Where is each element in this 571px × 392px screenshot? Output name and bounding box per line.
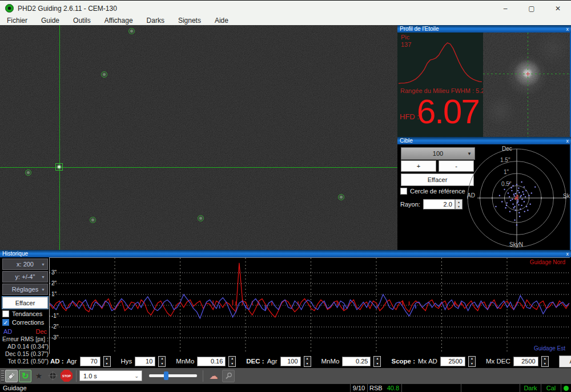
ra-aggression-spinner[interactable]: ▲▼ (103, 356, 111, 367)
menu-guide[interactable]: Guide (34, 16, 66, 25)
hysteresis-spinner[interactable]: ▲▼ (158, 356, 166, 367)
main-toolbar: ↻ ★ STOP 1.0 s ⌄ ☁ (0, 368, 571, 383)
history-xscale-select[interactable]: x: 200 ▼ (2, 258, 48, 270)
gamma-slider[interactable] (149, 374, 197, 377)
detected-star-marker (128, 28, 135, 34)
title-bar: PHD2 Guiding 2.6.11 - CEM-130 – ▢ ✕ (0, 0, 571, 16)
chevron-down-icon: ▼ (41, 288, 45, 292)
menu-aide[interactable]: Aide (208, 16, 235, 25)
pane-close-icon[interactable]: x (566, 251, 569, 257)
trends-checkbox[interactable] (2, 310, 9, 317)
camera-properties-button[interactable] (222, 370, 235, 382)
chevron-down-icon: ⌄ (134, 373, 139, 379)
ra-minmove-label: MnMo (176, 358, 194, 365)
hysteresis-input[interactable]: 10 (135, 357, 155, 366)
rms-header: Erreur RMS [px] : (1, 336, 49, 342)
scope-params-label: Scope : (391, 358, 415, 365)
advanced-settings-button[interactable]: ☁ (207, 370, 220, 382)
svg-text:-1": -1" (51, 313, 59, 319)
ra-series-label: AD (3, 328, 12, 335)
ra-aggression-input[interactable]: 70 (80, 357, 100, 366)
menu-fichier[interactable]: Fichier (0, 16, 34, 25)
history-xscale-value: x: 200 (17, 261, 34, 268)
guiding-history-graph: 3"2"1"-1"-2"-3" Guidage Nord Guidage Est (49, 257, 570, 354)
camera-settings-icon (225, 372, 232, 379)
svg-text:1": 1" (51, 291, 57, 297)
svg-text:3": 3" (51, 269, 57, 276)
history-yscale-select[interactable]: y: +/-4" ▼ (2, 271, 48, 282)
history-settings-select[interactable]: Réglages ▼ (2, 284, 48, 295)
history-pane-header[interactable]: Historique x (0, 250, 571, 257)
status-empty-cell (461, 384, 520, 392)
gamma-slider-handle[interactable] (164, 371, 168, 380)
rms-dec-value: Dec 0.15 (0.37") (1, 350, 49, 357)
dec-params-label: DEC : (246, 358, 264, 365)
target-ring-label-0.5: 0.5" (501, 181, 511, 187)
status-empty-cell (401, 384, 461, 392)
pane-close-icon[interactable]: x (566, 26, 569, 32)
corrections-label: Corrections (12, 319, 44, 326)
star-profile-pane-header[interactable]: Profil de l'Etoile x (397, 25, 571, 33)
max-ra-input[interactable]: 2500 (440, 357, 465, 366)
toolbar-separator (203, 370, 203, 382)
svg-text:-3": -3" (51, 334, 59, 341)
close-button[interactable]: ✕ (545, 1, 571, 16)
corrections-checkbox[interactable]: ✓ (2, 319, 9, 326)
target-scatter-plot (397, 144, 571, 250)
loop-exposures-button[interactable]: ↻ (19, 370, 31, 382)
usb-plug-icon (7, 371, 16, 381)
target-axis-top-label: Dec (502, 146, 512, 152)
dec-series-label: Dec (35, 328, 47, 335)
history-yscale-value: y: +/-4" (15, 273, 35, 280)
centroid-marker-v (528, 72, 528, 76)
svg-text:2": 2" (51, 280, 57, 286)
star-profile-curve (399, 39, 482, 86)
guide-star-image (483, 33, 570, 137)
target-ring-label-1.5: 1.5" (500, 157, 510, 163)
camera-view[interactable] (0, 25, 397, 250)
dec-aggression-input[interactable]: 100 (280, 357, 301, 366)
max-dec-input[interactable]: 2500 (513, 357, 538, 366)
menu-signets[interactable]: Signets (171, 16, 208, 25)
history-pane-title: Historique (2, 250, 28, 257)
exposure-duration-select[interactable]: 1.0 s ⌄ (79, 370, 142, 381)
hfd-label: HFD : (400, 112, 419, 121)
svg-text:-2": -2" (51, 324, 59, 330)
phd2-logo-icon (5, 4, 14, 13)
target-pane: Cible x 100 ▼ + - Effacer Cercle de réfé… (397, 137, 571, 250)
toolbar-gripper[interactable] (1, 370, 4, 382)
target-axis-bottom-label: SkyN (509, 241, 523, 248)
max-dec-spinner[interactable]: ▲▼ (541, 356, 549, 367)
status-frame-count: 9/10 (350, 384, 367, 392)
star-select-icon: ★ (35, 371, 42, 380)
dec-guide-mode-select[interactable]: Auto ⌄ (559, 355, 571, 367)
start-guiding-button[interactable] (46, 370, 59, 382)
chevron-down-icon: ▼ (41, 262, 45, 266)
dec-aggression-spinner[interactable]: ▲▼ (304, 356, 311, 367)
target-axis-left-label: AD (467, 192, 475, 199)
menu-affichage[interactable]: Affichage (98, 16, 140, 25)
snr-value: 40.8 (387, 385, 399, 391)
status-cal-indicator: Cal (541, 384, 561, 392)
max-dec-label: Mx DEC (486, 358, 510, 365)
dec-minmove-input[interactable]: 0.25 (342, 357, 371, 366)
max-ra-spinner[interactable]: ▲▼ (468, 356, 476, 367)
loop-arrows-icon: ↻ (22, 371, 29, 380)
minimize-button[interactable]: – (492, 1, 518, 16)
toolbar-separator (76, 370, 77, 382)
stop-button[interactable]: STOP (60, 369, 73, 382)
history-clear-button[interactable]: Effacer (2, 297, 48, 309)
target-pane-header[interactable]: Cible x (397, 137, 571, 144)
ra-minmove-input[interactable]: 0.16 (197, 357, 226, 366)
detected-star-marker (101, 71, 107, 78)
connect-equipment-button[interactable] (5, 370, 18, 382)
stop-icon: STOP (62, 374, 71, 378)
maximize-button[interactable]: ▢ (518, 1, 545, 16)
pane-close-icon[interactable]: x (566, 138, 569, 144)
status-bar: Guidage 9/10 RSB 40.8 Dark Cal (0, 383, 571, 392)
auto-select-star-button[interactable]: ★ (33, 370, 45, 382)
ra-minmove-spinner[interactable]: ▲▼ (228, 356, 236, 367)
dec-minmove-spinner[interactable]: ▲▼ (373, 356, 381, 367)
menu-outils[interactable]: Outils (66, 16, 98, 25)
menu-darks[interactable]: Darks (140, 16, 171, 25)
